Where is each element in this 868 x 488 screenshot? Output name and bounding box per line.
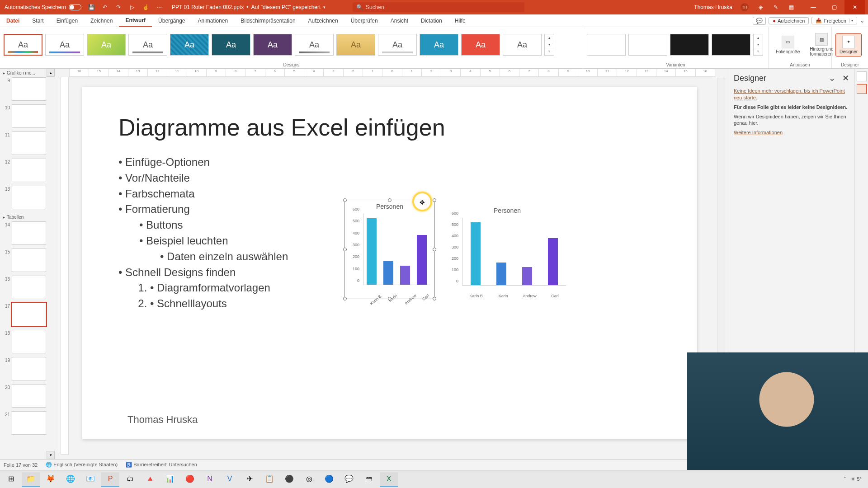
taskbar-app6[interactable]: 🔵 — [320, 472, 338, 487]
taskbar-onenote[interactable]: N — [201, 472, 219, 487]
tab-ansicht[interactable]: Ansicht — [384, 14, 415, 27]
close-button[interactable]: ✕ — [844, 0, 865, 14]
panel-scroll-up[interactable]: ▴ — [47, 69, 55, 77]
maximize-button[interactable]: ▢ — [824, 0, 844, 14]
taskbar-powerpoint[interactable]: P — [101, 472, 119, 487]
theme-thumb-8[interactable]: Aa — [336, 34, 375, 56]
variants-more[interactable]: ▴▾▿ — [753, 34, 763, 56]
ink-icon[interactable]: ✎ — [772, 4, 779, 11]
taskbar-app4[interactable]: 📋 — [260, 472, 278, 487]
designer-close-icon[interactable]: ✕ — [842, 74, 849, 83]
variant-thumb-3[interactable] — [712, 34, 750, 56]
theme-thumb-12[interactable]: Aa — [503, 34, 542, 56]
slide-thumb-9[interactable] — [12, 77, 46, 101]
tab-dictation[interactable]: Dictation — [415, 14, 448, 27]
siderail-btn-designer[interactable] — [857, 84, 867, 94]
slide-thumb-18[interactable] — [12, 330, 46, 353]
search-box[interactable]: 🔍 — [353, 2, 524, 12]
tab-zeichnen[interactable]: Zeichnen — [84, 14, 119, 27]
designer-suppress-link[interactable]: Keine Ideen mehr vorschlagen, bis ich Po… — [734, 88, 845, 100]
taskbar-visio[interactable]: V — [221, 472, 239, 487]
slide-thumb-10[interactable] — [12, 104, 46, 128]
theme-thumb-5[interactable]: Aa — [212, 34, 250, 56]
slide-thumb-17[interactable] — [12, 303, 46, 326]
undo-icon[interactable]: ↶ — [101, 4, 108, 11]
slide-title[interactable]: Diagramme aus Excel einfügen — [118, 114, 445, 141]
coming-soon-icon[interactable]: ◈ — [757, 4, 764, 11]
taskbar-app8[interactable]: 🗃 — [360, 472, 378, 487]
taskbar-app5[interactable]: ◎ — [300, 472, 318, 487]
theme-thumb-0[interactable]: Aa — [4, 34, 42, 56]
variant-thumb-2[interactable] — [670, 34, 709, 56]
taskbar-telegram[interactable]: ✈ — [241, 472, 259, 487]
share-button[interactable]: 📤Freigeben▾ — [811, 17, 857, 24]
slide-thumb-19[interactable] — [12, 357, 46, 380]
variant-thumb-0[interactable] — [587, 34, 626, 56]
theme-thumb-7[interactable]: Aa — [295, 34, 334, 56]
autosave-toggle[interactable]: Automatisches Speichern — [5, 4, 81, 10]
collapse-ribbon-icon[interactable]: ⌄ — [860, 18, 864, 24]
status-accessibility[interactable]: ♿ Barrierefreiheit: Untersuchen — [126, 462, 197, 468]
tray-chevron[interactable]: ˄ — [844, 476, 846, 482]
theme-thumb-11[interactable]: Aa — [461, 34, 500, 56]
user-avatar[interactable]: TH — [741, 3, 749, 11]
slide-thumb-21[interactable] — [12, 411, 46, 435]
tab-uebergaenge[interactable]: Übergänge — [152, 14, 191, 27]
slide-editor[interactable]: 1615141312111098765432101234567891011121… — [55, 69, 728, 459]
slide-thumb-14[interactable] — [12, 221, 46, 245]
save-icon[interactable]: 💾 — [88, 4, 95, 11]
designer-collapse-icon[interactable]: ⌄ — [829, 74, 835, 83]
touch-mode-icon[interactable]: ☝ — [142, 4, 149, 11]
tab-ueberpruefen[interactable]: Überprüfen — [344, 14, 384, 27]
user-name[interactable]: Thomas Hruska — [694, 4, 732, 10]
taskbar-excel[interactable]: X — [380, 472, 398, 487]
slide-thumb-11[interactable] — [12, 131, 46, 155]
siderail-btn-1[interactable] — [857, 71, 867, 81]
tab-datei[interactable]: Datei — [0, 14, 26, 27]
tab-entwurf[interactable]: Entwurf — [119, 14, 152, 27]
chart-personen-2[interactable]: Personen 0100200300400500600 Karin B.Kar… — [444, 204, 571, 299]
slide-body[interactable]: Einfüge-Optionen Vor/Nachteile Farbschem… — [118, 155, 288, 312]
taskbar-app7[interactable]: 💬 — [340, 472, 358, 487]
theme-thumb-9[interactable]: Aa — [378, 34, 417, 56]
theme-thumb-3[interactable]: Aa — [128, 34, 167, 56]
slide-thumb-20[interactable] — [12, 384, 46, 408]
slide-canvas[interactable]: Diagramme aus Excel einfügen Einfüge-Opt… — [82, 87, 697, 439]
panel-scroll-down[interactable]: ▾ — [47, 451, 55, 459]
chart-personen-1[interactable]: Personen 0100200300400500600 Karin B.Kar… — [344, 200, 435, 299]
theme-thumb-10[interactable]: Aa — [420, 34, 458, 56]
taskbar-outlook[interactable]: 📧 — [81, 472, 99, 487]
comments-icon[interactable]: 💬 — [753, 17, 766, 25]
record-button[interactable]: ●Aufzeichnen — [769, 17, 809, 24]
taskbar-obs[interactable]: ⚫ — [280, 472, 298, 487]
variant-thumb-1[interactable] — [628, 34, 667, 56]
minimize-button[interactable]: — — [803, 0, 824, 14]
designer-more-info-link[interactable]: Weitere Informationen — [734, 130, 783, 135]
window-layout-icon[interactable]: ▦ — [788, 4, 795, 11]
theme-thumb-2[interactable]: Aa — [87, 34, 126, 56]
slide-panel[interactable]: ▴ ▸ Grafiken mo... 910111213 ▸ Tabellen … — [0, 69, 55, 459]
search-input[interactable] — [366, 4, 521, 10]
tray-weather[interactable]: ☀ 5° — [851, 476, 862, 482]
taskbar-explorer[interactable]: 📁 — [22, 472, 40, 487]
taskbar-app3[interactable]: 🔴 — [181, 472, 199, 487]
tab-aufzeichnen[interactable]: Aufzeichnen — [302, 14, 344, 27]
slide-thumb-15[interactable] — [12, 249, 46, 272]
taskbar-firefox[interactable]: 🦊 — [42, 472, 60, 487]
slide-thumb-12[interactable] — [12, 159, 46, 182]
status-slide-count[interactable]: Folie 17 von 32 — [4, 462, 38, 468]
taskbar-vlc[interactable]: 🔺 — [141, 472, 159, 487]
redo-icon[interactable]: ↷ — [115, 4, 122, 11]
tab-bildschirm[interactable]: Bildschirmpräsentation — [234, 14, 302, 27]
tab-einfuegen[interactable]: Einfügen — [50, 14, 84, 27]
slide-size-button[interactable]: ▭Foliengröße — [772, 36, 803, 54]
slide-thumb-13[interactable] — [12, 186, 46, 209]
theme-thumb-4[interactable]: Aa — [170, 34, 209, 56]
taskbar-chrome[interactable]: 🌐 — [61, 472, 80, 487]
start-button[interactable]: ⊞ — [2, 472, 20, 487]
tab-animationen[interactable]: Animationen — [192, 14, 235, 27]
designer-button[interactable]: ✦Designer — [835, 33, 862, 56]
taskbar-app1[interactable]: 🗂 — [121, 472, 139, 487]
slide-thumb-16[interactable] — [12, 276, 46, 299]
theme-thumb-6[interactable]: Aa — [253, 34, 292, 56]
